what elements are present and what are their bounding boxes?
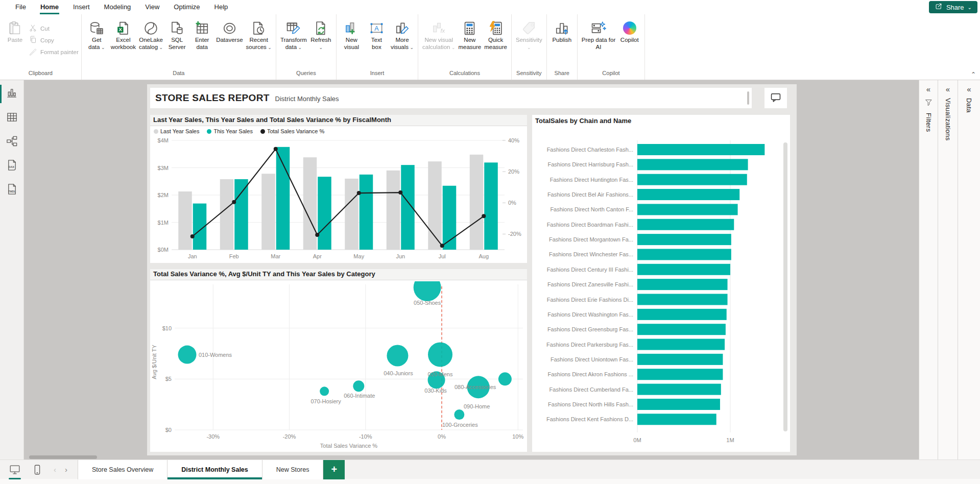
ribbon-group-calculations: fxNew visualcalculation ⌄NewmeasureQuick… [418, 14, 512, 80]
svg-text:$1M: $1M [158, 220, 169, 226]
ribbon-button-label: SQLServer [169, 37, 186, 51]
page-tab-new-stores[interactable]: New Stores [262, 460, 324, 479]
svg-text:Fashions Direct Greensburg Fas: Fashions Direct Greensburg Fas... [547, 326, 633, 332]
svg-text:Total Sales Variance %: Total Sales Variance % [320, 443, 378, 449]
text-box-button[interactable]: ATextbox [364, 18, 389, 51]
prep-data-for-ai-button[interactable]: Prep data forAI [580, 18, 617, 51]
ribbon-button-label: Prep data forAI [582, 37, 615, 51]
page-tab-store-sales-overview[interactable]: Store Sales Overview [78, 460, 168, 479]
expand-panel-icon[interactable]: « [926, 85, 930, 93]
menu-item-home[interactable]: Home [33, 0, 66, 14]
dax-query-view-button[interactable]: DAX [4, 158, 19, 174]
comment-button[interactable] [764, 88, 787, 108]
publish-button[interactable]: Publish [549, 18, 575, 44]
combo-chart-title: Last Year Sales, This Year Sales and Tot… [150, 115, 527, 126]
add-page-button[interactable]: + [323, 460, 345, 479]
report-page: STORE SALES REPORT District Monthly Sale… [147, 84, 797, 455]
svg-text:090-Home: 090-Home [464, 403, 490, 409]
ribbon-group-share: PublishShare [547, 14, 578, 80]
panel-label: Filters [925, 113, 933, 132]
ribbon-button-label: Newvisual [344, 37, 359, 51]
svg-text:$3M: $3M [158, 165, 169, 171]
menu-item-insert[interactable]: Insert [66, 0, 97, 14]
page-tab-district-monthly-sales[interactable]: District Monthly Sales [168, 460, 262, 479]
ribbon-button-label: Publish [552, 37, 571, 44]
svg-text:Fashions Direct Bel Air Fashio: Fashions Direct Bel Air Fashions... [547, 191, 633, 198]
svg-text:Fashions Direct Akron Fashions: Fashions Direct Akron Fashions ... [547, 371, 633, 377]
table-view-button[interactable] [4, 110, 19, 126]
get-data-icon [89, 19, 105, 37]
share-button[interactable]: Share ⌄ [929, 1, 977, 13]
ribbon-button-label: Quickmeasure [484, 37, 507, 51]
menu-item-view[interactable]: View [138, 0, 166, 14]
refresh-button[interactable]: Refresh ⌄ [308, 18, 333, 51]
canvas-horizontal-scrollbar[interactable] [29, 455, 97, 459]
svg-text:100-Groceries: 100-Groceries [442, 422, 478, 428]
copilot-button[interactable]: Copilot [617, 18, 642, 44]
ribbon-button-label: Copy [40, 37, 54, 43]
table-view-icon [6, 111, 18, 125]
ribbon-button-label: Recentsources ⌄ [246, 37, 272, 51]
onelake-catalog-button[interactable]: OneLakecatalog ⌄ [137, 18, 164, 51]
sensitivity-icon [521, 19, 537, 37]
expand-panel-icon[interactable]: « [946, 85, 950, 93]
menu-item-help[interactable]: Help [207, 0, 235, 14]
new-visual-button[interactable]: Newvisual [339, 18, 364, 51]
next-page-arrow[interactable]: › [65, 465, 67, 474]
dataverse-button[interactable]: Dataverse [214, 18, 244, 44]
legend-label: Total Sales Variance % [267, 128, 324, 134]
paste-button: Paste [3, 18, 28, 44]
recent-sources-button[interactable]: Recentsources ⌄ [245, 18, 273, 51]
sql-server-button[interactable]: SQLServer [164, 18, 189, 51]
copy-button: Copy [29, 35, 79, 45]
ribbon-button-label: Cut [40, 26, 50, 32]
scatter-chart-visual[interactable]: Total Sales Variance %, Avg $/Unit TY an… [150, 269, 527, 452]
desktop-layout-button[interactable] [7, 463, 22, 476]
ribbon-button-label: Excelworkbook [111, 37, 136, 51]
svg-text:-10%: -10% [359, 433, 372, 440]
enter-data-button[interactable]: Enterdata [189, 18, 214, 51]
svg-text:40%: 40% [508, 137, 519, 143]
excel-workbook-button[interactable]: XExcelworkbook [109, 18, 137, 51]
sql-server-icon [169, 19, 185, 37]
ribbon-group-sensitivity: Sensitivity ⌄Sensitivity [512, 14, 547, 80]
ribbon: PasteCutCopyFormat painterClipboardGetda… [0, 14, 980, 80]
ribbon-collapse-icon[interactable]: ⌃ [971, 71, 976, 78]
title-scrollbar[interactable] [747, 91, 749, 105]
new-measure-button[interactable]: Newmeasure [457, 18, 483, 51]
report-title-visual[interactable]: STORE SALES REPORT District Monthly Sale… [150, 88, 752, 108]
prev-page-arrow[interactable]: ‹ [54, 465, 56, 474]
svg-text:May: May [353, 253, 364, 259]
combo-chart-visual[interactable]: Last Year Sales, This Year Sales and Tot… [150, 115, 527, 263]
menu-item-optimize[interactable]: Optimize [166, 0, 207, 14]
svg-text:-20%: -20% [283, 433, 296, 440]
svg-text:Fashions Direct Huntington Fas: Fashions Direct Huntington Fas... [550, 177, 633, 183]
ribbon-button-label: New visualcalculation ⌄ [422, 37, 455, 51]
get-data-button[interactable]: Getdata ⌄ [84, 18, 109, 51]
menu-item-modeling[interactable]: Modeling [97, 0, 138, 14]
svg-text:TMDL: TMDL [8, 190, 16, 193]
more-visuals-button[interactable]: Morevisuals ⌄ [389, 18, 415, 51]
format-painter-button: Format painter [29, 47, 79, 57]
ribbon-button-label: Newmeasure [458, 37, 481, 51]
ribbon-group-buttons: Transformdata ⌄Refresh ⌄ [279, 14, 333, 68]
transform-data-button[interactable]: Transformdata ⌄ [279, 18, 308, 51]
model-view-button[interactable] [4, 134, 19, 150]
legend-label: This Year Sales [213, 128, 252, 134]
svg-text:$0: $0 [165, 427, 172, 433]
sensitivity-button: Sensitivity ⌄ [514, 18, 544, 51]
barh-chart-plot: 0M1MFashions Direct Charleston Fash...Fa… [532, 127, 790, 452]
svg-text:-20%: -20% [508, 231, 521, 237]
svg-text:Fashions Direct Cumberland Fa.: Fashions Direct Cumberland Fa... [549, 386, 633, 393]
comment-icon [770, 92, 781, 105]
quick-measure-button[interactable]: Quickmeasure [483, 18, 509, 51]
expand-panel-icon[interactable]: « [967, 85, 971, 93]
report-view-button[interactable] [4, 86, 19, 102]
recent-sources-icon [251, 19, 267, 37]
mobile-layout-button[interactable] [30, 463, 45, 476]
menu-item-file[interactable]: File [8, 0, 33, 14]
barh-chart-visual[interactable]: TotalSales by Chain and Name 0M1MFashion… [532, 115, 790, 452]
tmdl-view-button[interactable]: TMDL [4, 182, 19, 198]
transform-data-icon [285, 19, 301, 37]
svg-text:Fashions Direct Boardman Fashi: Fashions Direct Boardman Fashi... [547, 222, 633, 228]
